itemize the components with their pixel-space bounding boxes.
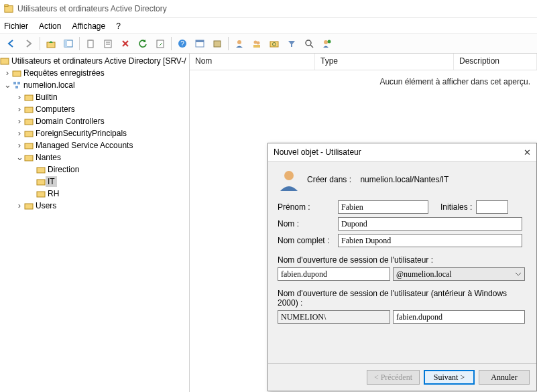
ou-icon bbox=[36, 177, 46, 186]
folder-icon bbox=[24, 201, 34, 210]
add-to-group-button[interactable] bbox=[318, 36, 335, 52]
lastname-input[interactable] bbox=[338, 217, 522, 231]
expand-icon[interactable]: › bbox=[15, 117, 24, 126]
export-button[interactable] bbox=[152, 36, 168, 52]
menu-view[interactable]: Affichage bbox=[72, 21, 105, 31]
expand-icon[interactable]: › bbox=[15, 141, 24, 150]
ou-icon bbox=[270, 39, 279, 48]
tree-dc[interactable]: › Domain Controllers bbox=[0, 115, 189, 127]
forward-button[interactable] bbox=[21, 36, 37, 52]
col-type[interactable]: Type bbox=[315, 54, 454, 70]
user-add-icon bbox=[322, 39, 331, 48]
tree-users[interactable]: › Users bbox=[0, 200, 189, 212]
back-button[interactable] bbox=[3, 36, 19, 52]
new-group-button[interactable] bbox=[249, 36, 265, 52]
dialog-body: Créer dans : numelion.local/Nantes/IT Pr… bbox=[268, 161, 536, 363]
refresh-button[interactable] bbox=[135, 36, 151, 52]
tree-domain[interactable]: ⌄ numelion.local bbox=[0, 79, 189, 91]
expand-icon[interactable]: › bbox=[3, 68, 12, 78]
chevron-down-icon bbox=[515, 271, 522, 277]
expand-icon[interactable]: › bbox=[15, 201, 24, 210]
sam-input[interactable] bbox=[393, 310, 525, 324]
tree-pane: Utilisateurs et ordinateurs Active Direc… bbox=[0, 54, 190, 392]
row-lastname: Nom : bbox=[278, 217, 527, 231]
initials-input[interactable] bbox=[476, 200, 508, 214]
new-container-button[interactable] bbox=[209, 36, 225, 52]
svg-rect-10 bbox=[157, 40, 164, 48]
menu-help[interactable]: ? bbox=[116, 21, 121, 31]
delete-button[interactable] bbox=[117, 36, 133, 52]
new-user-button[interactable] bbox=[231, 36, 247, 52]
domain-icon bbox=[12, 80, 21, 90]
titlebar: Utilisateurs et ordinateurs Active Direc… bbox=[0, 0, 537, 18]
filter-button[interactable] bbox=[284, 36, 300, 52]
svg-point-25 bbox=[328, 40, 331, 44]
svg-point-16 bbox=[237, 40, 241, 44]
svg-rect-6 bbox=[89, 40, 92, 41]
prev-button: < Précédent bbox=[367, 370, 420, 385]
find-button[interactable] bbox=[192, 36, 208, 52]
svg-rect-32 bbox=[25, 107, 33, 113]
svg-rect-33 bbox=[25, 119, 33, 125]
tree-fsp[interactable]: › ForeignSecurityPrincipals bbox=[0, 127, 189, 139]
svg-rect-26 bbox=[1, 58, 9, 64]
collapse-icon[interactable]: ⌄ bbox=[15, 153, 24, 162]
tree-nantes[interactable]: ⌄ Nantes bbox=[0, 151, 189, 164]
properties-button[interactable] bbox=[100, 36, 116, 52]
toolbar-separator bbox=[40, 37, 40, 50]
tree-builtin[interactable]: › Builtin bbox=[0, 91, 189, 103]
tree-label: Computers bbox=[34, 104, 77, 115]
window-title: Utilisateurs et ordinateurs Active Direc… bbox=[17, 4, 167, 13]
expand-icon[interactable]: › bbox=[15, 92, 24, 102]
tree-computers[interactable]: › Computers bbox=[0, 103, 189, 115]
expand-icon[interactable]: › bbox=[15, 105, 24, 114]
toolbar-separator bbox=[171, 37, 172, 50]
upn-suffix-combo[interactable]: @numelion.local bbox=[393, 267, 525, 281]
tree-it[interactable]: IT bbox=[0, 176, 189, 188]
help-button[interactable]: ? bbox=[174, 36, 190, 52]
tree-rh[interactable]: RH bbox=[0, 188, 189, 200]
new-ou-button[interactable] bbox=[266, 36, 282, 52]
row-fullname: Nom complet : bbox=[278, 234, 527, 247]
svg-rect-36 bbox=[25, 155, 33, 161]
cancel-button[interactable]: Annuler bbox=[479, 370, 530, 385]
row-logon: @numelion.local bbox=[278, 267, 527, 281]
tree-label: numelion.local bbox=[21, 80, 77, 90]
create-in-path: numelion.local/Nantes/IT bbox=[360, 175, 449, 184]
collapse-icon[interactable]: ⌄ bbox=[3, 80, 12, 90]
logon-input[interactable] bbox=[278, 267, 390, 281]
search-icon bbox=[304, 39, 314, 48]
tree-root[interactable]: Utilisateurs et ordinateurs Active Direc… bbox=[0, 55, 189, 67]
cut-button[interactable] bbox=[82, 36, 99, 52]
close-button[interactable]: ✕ bbox=[524, 147, 531, 157]
tree-saved-queries[interactable]: › Requêtes enregistrées bbox=[0, 67, 189, 79]
svg-rect-37 bbox=[37, 168, 45, 173]
search-button[interactable] bbox=[301, 36, 317, 52]
folder-icon bbox=[24, 92, 34, 102]
ou-icon bbox=[24, 153, 34, 162]
fullname-input[interactable] bbox=[338, 234, 522, 247]
netbios-input bbox=[278, 310, 390, 324]
next-button[interactable]: Suivant > bbox=[424, 370, 475, 385]
up-button[interactable] bbox=[43, 36, 59, 52]
user-large-icon bbox=[278, 168, 300, 191]
svg-rect-40 bbox=[25, 204, 33, 209]
svg-point-18 bbox=[257, 42, 260, 45]
col-desc[interactable]: Description bbox=[454, 54, 537, 70]
ou-icon bbox=[24, 117, 34, 126]
firstname-input[interactable] bbox=[338, 200, 428, 214]
toolbar: ? bbox=[0, 34, 537, 54]
show-hide-tree-button[interactable] bbox=[60, 36, 76, 52]
menu-action[interactable]: Action bbox=[39, 21, 61, 31]
tree-direction[interactable]: Direction bbox=[0, 164, 189, 176]
expand-icon[interactable]: › bbox=[15, 129, 24, 138]
tree-label: Users bbox=[34, 200, 58, 211]
tree-msa[interactable]: › Managed Service Accounts bbox=[0, 139, 189, 151]
svg-point-22 bbox=[306, 40, 311, 46]
tree-label: Nantes bbox=[34, 152, 63, 163]
svg-rect-39 bbox=[37, 192, 45, 197]
menu-file[interactable]: Fichier bbox=[4, 21, 28, 31]
col-name[interactable]: Nom bbox=[190, 54, 315, 70]
tree-label: Requêtes enregistrées bbox=[21, 68, 107, 78]
aduc-window: { "title": "Utilisateurs et ordinateurs … bbox=[0, 0, 537, 392]
